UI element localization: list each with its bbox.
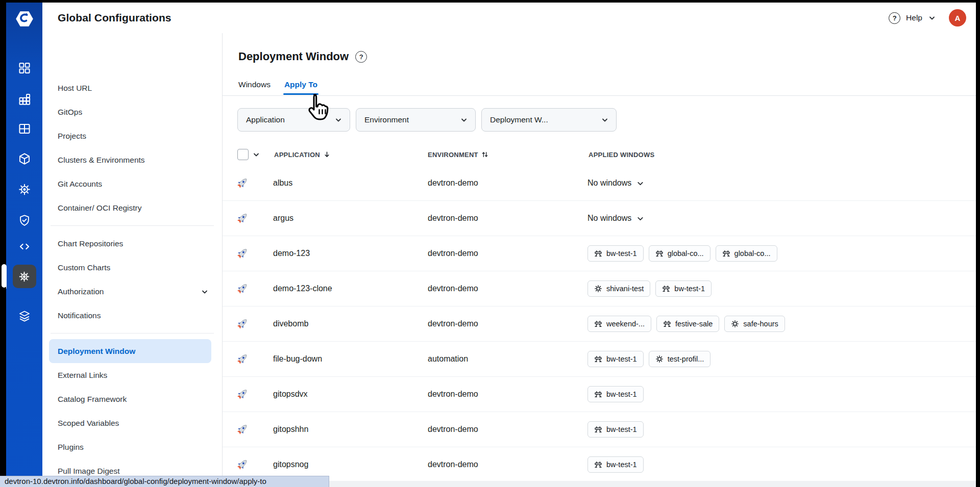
chevron-down-icon[interactable] (252, 150, 260, 159)
table-header: APPLICATION ENVIRONMENT APPLIED WINDOWS (223, 143, 976, 166)
barrier-icon (594, 249, 602, 258)
chevron-down-icon (460, 116, 468, 124)
sort-both-icon (481, 150, 488, 158)
window-chip-blackout[interactable]: weekend-... (587, 316, 651, 332)
nav-chart-repositories[interactable]: Chart Repositories (42, 232, 222, 255)
chevron-down-icon (636, 214, 645, 223)
nav-catalog-framework[interactable]: Catalog Framework (42, 387, 222, 411)
barrier-icon (594, 320, 602, 328)
window-chip-maintenance[interactable]: shivani-test (587, 280, 650, 297)
icon-rail (6, 3, 42, 487)
window-chip-blackout[interactable]: bw-test-1 (655, 280, 712, 297)
wheel-icon[interactable] (17, 183, 31, 196)
rocket-icon (235, 212, 249, 225)
deployment-window-panel: Deployment Window ? Windows Apply To App… (223, 33, 976, 487)
chevron-down-icon[interactable] (928, 14, 936, 22)
table-row[interactable]: gitopshhn devtron-demo bw-test-1 (223, 412, 976, 447)
window-chip-blackout[interactable]: bw-test-1 (587, 386, 644, 402)
nav-container-oci-registry[interactable]: Container/ OCI Registry (42, 196, 222, 220)
app-window: Global Configurations ? Help A Host URL … (6, 3, 976, 487)
nav-host-url[interactable]: Host URL (42, 76, 222, 100)
table-row[interactable]: gitopsdvx devtron-demo bw-test-1 (223, 377, 976, 412)
environment-name: devtron-demo (428, 390, 478, 399)
gear-icon (594, 285, 602, 293)
nav-clusters-environments[interactable]: Clusters & Environments (42, 148, 222, 172)
rocket-icon (235, 282, 249, 296)
environment-filter-dropdown[interactable]: Environment (356, 108, 476, 132)
application-name: albus (273, 178, 292, 188)
nav-projects[interactable]: Projects (42, 124, 222, 148)
shield-check-icon[interactable] (17, 214, 31, 227)
tab-apply-to[interactable]: Apply To (284, 80, 317, 89)
application-name: divebomb (273, 319, 308, 328)
barrier-icon (594, 460, 602, 469)
window-chip-blackout[interactable]: bw-test-1 (587, 245, 644, 262)
barrier-icon (722, 249, 730, 258)
column-applied-windows: APPLIED WINDOWS (589, 150, 654, 158)
nav-divider (51, 333, 214, 334)
no-windows-dropdown[interactable]: No windows (587, 214, 645, 223)
column-environment[interactable]: ENVIRONMENT (428, 150, 488, 158)
select-all-checkbox[interactable] (237, 149, 249, 160)
environment-name: devtron-demo (428, 214, 478, 223)
global-config-nav: Host URL GitOps Projects Clusters & Envi… (42, 33, 223, 487)
top-header: Global Configurations ? Help A (42, 3, 976, 34)
application-name: argus (273, 214, 293, 223)
deployment-window-filter-dropdown[interactable]: Deployment W... (481, 108, 617, 132)
window-chip-blackout[interactable]: bw-test-1 (587, 456, 644, 473)
app-group-icon[interactable] (17, 92, 31, 106)
table-row[interactable]: albus devtron-demo No windows (223, 166, 976, 201)
nav-notifications[interactable]: Notifications (42, 303, 222, 327)
devtron-logo[interactable] (14, 8, 35, 30)
tab-windows[interactable]: Windows (238, 80, 271, 89)
help-icon: ? (889, 12, 900, 24)
application-name: gitopsnog (273, 460, 308, 469)
rocket-icon (235, 352, 249, 366)
helm-cube-icon[interactable] (17, 152, 31, 166)
window-chip-blackout[interactable]: global-co... (649, 245, 710, 262)
nav-deployment-window[interactable]: Deployment Window (49, 339, 211, 363)
window-chip-blackout[interactable]: bw-test-1 (587, 421, 644, 438)
window-chip-blackout[interactable]: bw-test-1 (587, 351, 644, 367)
application-filter-dropdown[interactable]: Application (237, 108, 350, 132)
stack-icon[interactable] (17, 309, 31, 323)
code-icon[interactable] (17, 240, 31, 253)
chevron-down-icon (334, 116, 342, 124)
application-name: demo-123 (273, 249, 310, 258)
table-row[interactable]: demo-123 devtron-demo bw-test-1 global-c… (223, 236, 976, 271)
nav-external-links[interactable]: External Links (42, 363, 222, 387)
environment-name: devtron-demo (428, 249, 478, 258)
sort-desc-icon (323, 150, 331, 158)
help-menu[interactable]: Help (906, 13, 922, 22)
window-chip-blackout[interactable]: global-co... (716, 245, 777, 262)
apply-to-table: albus devtron-demo No windows (223, 166, 976, 482)
apps-grid-icon[interactable] (17, 61, 31, 75)
settings-gear-icon[interactable] (13, 265, 36, 288)
nav-gitops[interactable]: GitOps (42, 100, 222, 124)
jobs-window-icon[interactable] (17, 122, 31, 136)
column-application[interactable]: APPLICATION (274, 150, 331, 158)
table-row[interactable]: demo-123-clone devtron-demo shivani-test… (223, 271, 976, 306)
nav-plugins[interactable]: Plugins (42, 435, 222, 459)
barrier-icon (594, 425, 602, 433)
window-chip-maintenance[interactable]: test-profil... (649, 351, 711, 367)
table-row[interactable]: divebomb devtron-demo weekend-... festiv… (223, 306, 976, 342)
window-chip-blackout[interactable]: festive-sale (656, 316, 719, 332)
environment-name: devtron-demo (428, 284, 478, 293)
environment-name: devtron-demo (428, 178, 478, 188)
window-chip-maintenance[interactable]: safe-hours (724, 316, 785, 332)
avatar[interactable]: A (949, 9, 966, 27)
table-row[interactable]: argus devtron-demo No windows (223, 201, 976, 236)
nav-authorization[interactable]: Authorization (42, 279, 222, 303)
no-windows-dropdown[interactable]: No windows (587, 178, 645, 188)
help-circle-icon[interactable]: ? (355, 51, 367, 63)
status-url-bar: devtron-10.devtron.info/dashboard/global… (0, 476, 329, 487)
barrier-icon (662, 285, 670, 293)
section-title: Deployment Window (238, 50, 349, 63)
nav-custom-charts[interactable]: Custom Charts (42, 255, 222, 279)
table-row[interactable]: gitopsnog devtron-demo bw-test-1 (223, 447, 976, 482)
tab-divider (223, 95, 976, 96)
nav-git-accounts[interactable]: Git Accounts (42, 172, 222, 196)
nav-scoped-variables[interactable]: Scoped Variables (42, 411, 222, 435)
table-row[interactable]: file-bug-down automation bw-test-1 test-… (223, 342, 976, 377)
